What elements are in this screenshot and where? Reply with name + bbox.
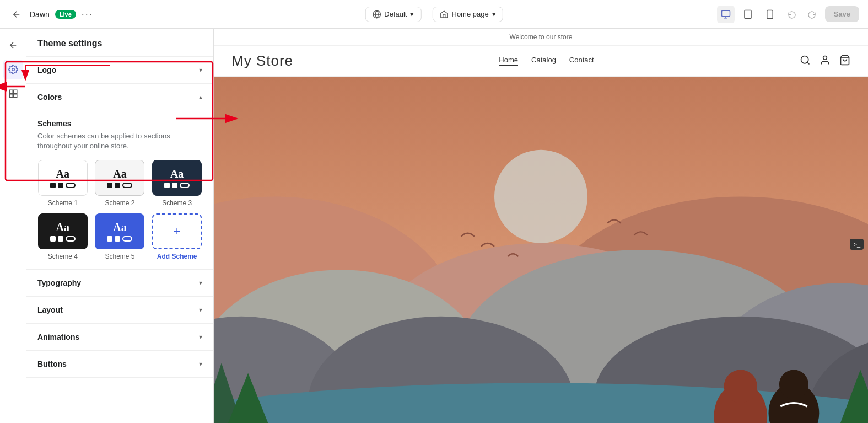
theme-settings-nav[interactable] <box>3 60 23 79</box>
cart-icon[interactable] <box>839 55 850 68</box>
scheme3-aa: Aa <box>170 168 184 180</box>
sections-nav[interactable] <box>3 84 23 104</box>
svg-point-16 <box>823 56 827 60</box>
animations-accordion-header[interactable]: Animations ▾ <box>26 324 213 350</box>
topbar-center: Default ▾ Home page ▾ <box>365 7 503 22</box>
mobile-view-button[interactable] <box>761 6 779 23</box>
scheme1-label: Scheme 1 <box>48 199 78 207</box>
scheme5-dot2 <box>115 236 120 242</box>
store-nav-links: Home Catalog Contact <box>499 56 594 66</box>
typography-accordion-header[interactable]: Typography ▾ <box>26 270 213 296</box>
back-button[interactable] <box>9 7 24 22</box>
account-icon[interactable] <box>820 55 831 68</box>
scheme1-icons <box>50 183 76 188</box>
scheme5-label: Scheme 5 <box>105 253 134 260</box>
save-button[interactable]: Save <box>825 6 859 22</box>
layout-accordion-header[interactable]: Layout ▾ <box>26 297 213 323</box>
animations-accordion: Animations ▾ <box>26 324 213 351</box>
scheme2-label: Scheme 2 <box>105 199 134 207</box>
typography-accordion: Typography ▾ <box>26 270 213 297</box>
topbar: Dawn Live ··· Default ▾ Home page ▾ <box>0 0 868 29</box>
colors-chevron-icon: ▴ <box>199 93 202 101</box>
more-options-button[interactable]: ··· <box>82 8 93 20</box>
scheme1-aa: Aa <box>56 168 69 180</box>
add-scheme-label: Add Scheme <box>157 253 197 260</box>
globe-icon <box>372 10 381 19</box>
panel-title: Theme settings <box>37 39 102 48</box>
logo-label: Logo <box>37 66 56 74</box>
redo-icon <box>807 10 816 19</box>
scheme1-card[interactable]: Aa Scheme 1 <box>37 160 88 207</box>
homepage-label: Home page <box>451 10 488 18</box>
left-panel: Theme settings Logo ▾ Colors ▴ Schemes C… <box>26 29 214 423</box>
svg-point-9 <box>12 68 14 71</box>
tablet-icon <box>743 9 753 19</box>
nav-home[interactable]: Home <box>499 56 518 66</box>
tablet-view-button[interactable] <box>739 6 757 23</box>
icon-bar <box>0 29 26 423</box>
undo-icon <box>788 10 796 19</box>
gear-icon <box>8 65 18 74</box>
layout-chevron-icon: ▾ <box>199 306 202 314</box>
search-icon[interactable] <box>800 55 811 68</box>
buttons-accordion-header[interactable]: Buttons ▾ <box>26 351 213 377</box>
logo-chevron-icon: ▾ <box>199 66 202 74</box>
add-scheme-card[interactable]: + Add Scheme <box>152 213 202 260</box>
scheme5-card[interactable]: Aa Scheme 5 <box>95 213 145 260</box>
redo-button[interactable] <box>803 6 821 23</box>
layout-label: Layout <box>37 306 63 314</box>
logo-accordion-header[interactable]: Logo ▾ <box>26 57 213 83</box>
desktop-view-button[interactable] <box>717 6 735 23</box>
scheme4-aa: Aa <box>56 221 69 234</box>
svg-rect-11 <box>13 90 17 93</box>
layout-accordion: Layout ▾ <box>26 297 213 324</box>
scheme5-icons <box>107 236 132 242</box>
svg-line-15 <box>807 62 810 64</box>
mobile-icon <box>765 9 775 19</box>
scheme2-aa: Aa <box>113 168 126 180</box>
default-chevron: ▾ <box>410 10 414 18</box>
scheme5-oval <box>122 236 132 242</box>
scheme2-box: Aa <box>95 160 144 196</box>
svg-point-14 <box>801 56 808 63</box>
hero-image: >_ <box>214 77 868 423</box>
undo-redo-group <box>783 6 821 23</box>
typography-label: Typography <box>37 279 81 287</box>
svg-rect-12 <box>9 94 13 98</box>
add-scheme-box: + <box>152 213 202 249</box>
topbar-right: Save <box>717 6 859 23</box>
live-badge: Live <box>55 10 76 19</box>
scheme1-oval <box>66 183 76 188</box>
colors-accordion-header[interactable]: Colors ▴ <box>26 84 213 110</box>
homepage-selector[interactable]: Home page ▾ <box>432 7 503 22</box>
sections-icon <box>8 89 18 99</box>
scheme4-card[interactable]: Aa Scheme 4 <box>37 213 88 260</box>
scheme2-oval <box>122 183 132 188</box>
announcement-bar: Welcome to our store <box>214 29 868 46</box>
svg-point-19 <box>494 150 587 243</box>
scheme2-card[interactable]: Aa Scheme 2 <box>95 160 145 207</box>
scheme2-dot2 <box>115 183 120 188</box>
svg-rect-7 <box>767 10 773 18</box>
schemes-grid: Aa Scheme 1 Aa <box>37 160 202 260</box>
schemes-title: Schemes <box>37 119 202 128</box>
nav-back-button[interactable] <box>3 35 23 55</box>
scheme3-card[interactable]: Aa Scheme 3 <box>152 160 202 207</box>
scheme3-box: Aa <box>152 160 202 196</box>
nav-catalog[interactable]: Catalog <box>531 56 556 66</box>
store-nav: My Store Home Catalog Contact <box>214 46 868 77</box>
default-selector[interactable]: Default ▾ <box>365 7 421 22</box>
scheme4-label: Scheme 4 <box>48 253 78 260</box>
svg-point-39 <box>724 370 757 403</box>
schemes-desc: Color schemes can be applied to sections… <box>37 131 202 151</box>
scheme3-dot2 <box>172 183 177 188</box>
animations-label: Animations <box>37 333 79 341</box>
nav-contact[interactable]: Contact <box>569 56 594 66</box>
undo-button[interactable] <box>783 6 801 23</box>
terminal-button[interactable]: >_ <box>850 239 864 250</box>
scheme2-icons <box>107 183 132 188</box>
store-logo: My Store <box>231 52 293 69</box>
scheme4-oval <box>66 236 76 242</box>
scheme1-dot2 <box>58 183 63 188</box>
svg-rect-13 <box>13 94 17 98</box>
